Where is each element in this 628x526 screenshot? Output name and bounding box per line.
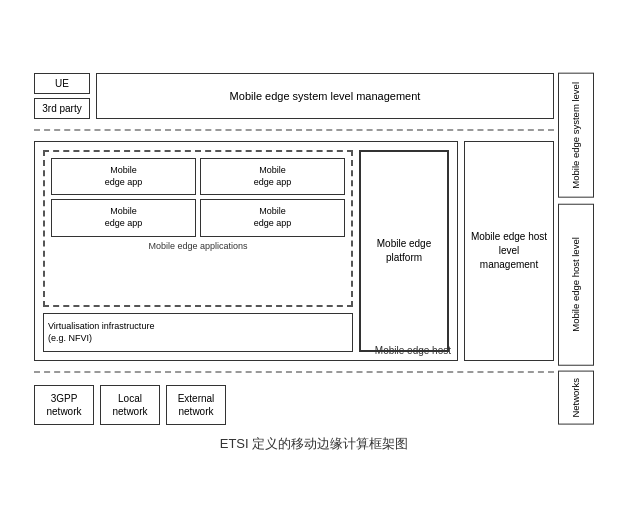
virt-box: Virtualisation infrastructure(e.g. NFVI) (43, 313, 353, 352)
host-mgmt-box: Mobile edge host level management (464, 141, 554, 361)
apps-grid: Mobileedge app Mobileedge app Mobileedge… (51, 158, 345, 237)
dashed-separator-2 (34, 371, 554, 373)
network-external: Externalnetwork (166, 385, 226, 425)
app-box-2: Mobileedge app (200, 158, 345, 195)
right-label-host: Mobile edge host level (558, 204, 594, 366)
main-area: UE 3rd party Mobile edge system level ma… (34, 73, 594, 425)
host-box-label: Mobile edge host (375, 345, 451, 356)
third-party-box: 3rd party (34, 98, 90, 119)
app-box-4: Mobileedge app (200, 199, 345, 236)
diagram-col: UE 3rd party Mobile edge system level ma… (34, 73, 554, 425)
networks-row: 3GPPnetwork Localnetwork Externalnetwork (34, 385, 554, 425)
top-row: UE 3rd party Mobile edge system level ma… (34, 73, 554, 119)
host-row: Mobileedge app Mobileedge app Mobileedge… (34, 141, 554, 361)
network-3gpp: 3GPPnetwork (34, 385, 94, 425)
diagram-caption: ETSI 定义的移动边缘计算框架图 (34, 435, 594, 453)
app-box-1: Mobileedge app (51, 158, 196, 195)
system-mgmt-box: Mobile edge system level management (96, 73, 554, 119)
dashed-separator-1 (34, 129, 554, 131)
host-inner: Mobileedge app Mobileedge app Mobileedge… (43, 150, 449, 352)
host-box: Mobileedge app Mobileedge app Mobileedge… (34, 141, 458, 361)
apps-section-label: Mobile edge applications (51, 241, 345, 251)
left-section: Mobileedge app Mobileedge app Mobileedge… (43, 150, 353, 352)
right-label-system: Mobile edge system level (558, 73, 594, 198)
ue-party-col: UE 3rd party (34, 73, 90, 119)
app-box-3: Mobileedge app (51, 199, 196, 236)
platform-box: Mobile edge platform (359, 150, 449, 352)
ue-box: UE (34, 73, 90, 94)
right-label-networks: Networks (558, 371, 594, 425)
diagram-container: UE 3rd party Mobile edge system level ma… (24, 63, 604, 463)
apps-dashed-box: Mobileedge app Mobileedge app Mobileedge… (43, 150, 353, 307)
network-local: Localnetwork (100, 385, 160, 425)
right-labels: Mobile edge system level Mobile edge hos… (558, 73, 594, 425)
